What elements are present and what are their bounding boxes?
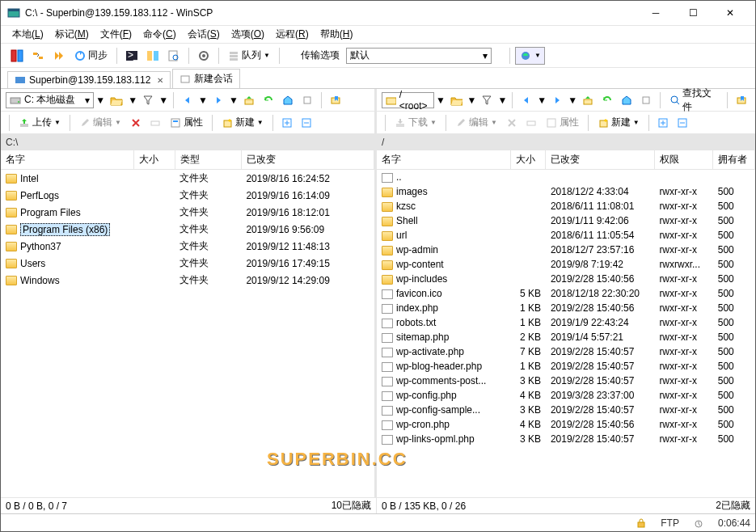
column-header[interactable]: 类型 — [175, 150, 241, 170]
remote-plus-button[interactable] — [654, 114, 672, 132]
menu-item[interactable]: 远程(R) — [271, 26, 314, 43]
remote-open-button[interactable] — [447, 91, 466, 109]
queue-button[interactable]: 队列▼ — [224, 47, 274, 65]
column-header[interactable]: 已改变 — [546, 150, 654, 170]
local-plus-button[interactable] — [278, 114, 296, 132]
local-home-button[interactable] — [279, 91, 297, 109]
column-header[interactable]: 拥有者 — [713, 150, 755, 170]
remote-up-button[interactable] — [579, 91, 597, 109]
local-path-bar[interactable]: C:\ — [1, 134, 374, 150]
table-row[interactable]: Python37文件夹2019/9/12 11:48:13 — [1, 238, 374, 255]
table-row[interactable]: Program Files (x86)文件夹2019/9/16 9:56:09 — [1, 221, 374, 238]
menu-item[interactable]: 标记(M) — [50, 26, 94, 43]
remote-root-button[interactable] — [637, 91, 655, 109]
menu-item[interactable]: 命令(C) — [138, 26, 181, 43]
menu-item[interactable]: 本地(L) — [7, 26, 49, 43]
toggle-layout-button[interactable] — [7, 47, 27, 65]
table-row[interactable]: sitemap.php2 KB2019/1/4 5:57:21rwxr-xr-x… — [377, 330, 755, 344]
close-tab-icon[interactable]: ✕ — [157, 76, 163, 85]
table-row[interactable]: favicon.ico5 KB2018/12/18 22:30:20rwxr-x… — [377, 286, 755, 301]
table-row[interactable]: wp-admin2018/12/7 23:57:16rwxr-xr-x500 — [377, 243, 755, 257]
remote-edit-button[interactable]: 编辑▼ — [451, 114, 501, 132]
table-row[interactable]: kzsc2018/6/11 11:08:01rwxr-xr-x500 — [377, 199, 755, 213]
local-properties-button[interactable]: 属性 — [166, 114, 207, 132]
remote-dir-selector[interactable]: / <root> — [382, 92, 434, 108]
local-filter-button[interactable] — [139, 91, 157, 109]
local-open-button[interactable] — [107, 91, 126, 109]
remote-rename-button[interactable] — [522, 114, 540, 132]
close-button[interactable]: ✕ — [712, 1, 749, 25]
column-header[interactable]: 名字 — [1, 150, 133, 170]
table-row[interactable]: PerfLogs文件夹2019/9/16 16:14:09 — [1, 187, 374, 204]
transfer-settings-combo[interactable]: 默认▾ — [346, 48, 492, 64]
menu-item[interactable]: 帮助(H) — [315, 26, 358, 43]
preferences-button[interactable] — [194, 47, 213, 65]
local-new-button[interactable]: 新建▼ — [218, 114, 268, 132]
table-row[interactable]: Shell2019/1/11 9:42:06rwxr-xr-x500 — [377, 213, 755, 228]
table-row[interactable]: url2018/6/11 11:05:54rwxr-xr-x500 — [377, 228, 755, 243]
column-header[interactable]: 已改变 — [241, 150, 374, 170]
table-row[interactable]: Intel文件夹2019/8/16 16:24:52 — [1, 170, 374, 188]
local-up-button[interactable] — [240, 91, 258, 109]
minimize-button[interactable]: ─ — [637, 1, 674, 25]
table-row[interactable]: Users文件夹2019/9/16 17:49:15 — [1, 255, 374, 272]
local-refresh-button[interactable] — [260, 91, 277, 109]
remote-forward-button[interactable] — [548, 91, 566, 109]
table-row[interactable]: .. — [377, 170, 755, 185]
table-row[interactable]: Program Files文件夹2019/9/16 18:12:01 — [1, 204, 374, 221]
local-minus-button[interactable] — [298, 114, 315, 132]
remote-properties-button[interactable]: 属性 — [542, 114, 583, 132]
table-row[interactable]: wp-config.php4 KB2019/3/28 23:37:00rwxr-… — [377, 388, 755, 403]
remote-new-button[interactable]: 新建▼ — [593, 114, 644, 132]
table-row[interactable]: Windows文件夹2019/9/12 14:29:09 — [1, 272, 374, 289]
menu-item[interactable]: 会话(S) — [183, 26, 225, 43]
remote-bookmark-button[interactable] — [733, 91, 750, 109]
compare-button[interactable] — [143, 47, 163, 65]
local-delete-button[interactable] — [127, 114, 145, 132]
column-header[interactable]: 权限 — [654, 150, 712, 170]
table-row[interactable]: wp-cron.php4 KB2019/2/28 15:40:56rwxr-xr… — [377, 417, 755, 432]
table-row[interactable]: wp-blog-header.php1 KB2019/2/28 15:40:57… — [377, 359, 755, 374]
back-forward-button[interactable] — [49, 47, 69, 65]
remote-delete-button[interactable] — [503, 114, 521, 132]
table-row[interactable]: wp-config-sample...3 KB2019/2/28 15:40:5… — [377, 403, 755, 417]
find-button[interactable] — [164, 47, 184, 65]
table-row[interactable]: robots.txt1 KB2019/1/9 22:43:24rwxr-xr-x… — [377, 315, 755, 330]
remote-home-button[interactable] — [618, 91, 636, 109]
local-rename-button[interactable] — [146, 114, 164, 132]
synchronize-button[interactable]: 同步 — [70, 47, 112, 65]
session-tab-active[interactable]: Superbin@139.159.183.112 ✕ — [7, 71, 171, 88]
new-session-tab[interactable]: 新建会话 — [172, 69, 240, 88]
remote-minus-button[interactable] — [674, 114, 691, 132]
download-button[interactable]: 下载▼ — [391, 114, 441, 132]
find-files-button[interactable]: 查找文件 — [665, 91, 722, 109]
table-row[interactable]: wp-comments-post...3 KB2019/2/28 15:40:5… — [377, 374, 755, 388]
menu-item[interactable]: 文件(F) — [95, 26, 137, 43]
local-file-list[interactable]: 名字大小类型已改变Intel文件夹2019/8/16 16:24:52PerfL… — [1, 150, 374, 497]
local-root-button[interactable] — [298, 91, 316, 109]
table-row[interactable]: wp-activate.php7 KB2019/2/28 15:40:57rwx… — [377, 344, 755, 359]
column-header[interactable]: 大小 — [510, 150, 545, 170]
maximize-button[interactable]: ☐ — [674, 1, 712, 25]
column-header[interactable]: 大小 — [133, 150, 175, 170]
local-forward-button[interactable] — [209, 91, 227, 109]
table-row[interactable]: images2018/12/2 4:33:04rwxr-xr-x500 — [377, 184, 755, 199]
menu-item[interactable]: 选项(O) — [226, 26, 269, 43]
sync-browse-button[interactable] — [28, 47, 48, 65]
local-back-button[interactable] — [179, 91, 196, 109]
local-drive-selector[interactable]: C: 本地磁盘▾ — [6, 92, 94, 108]
remote-filter-button[interactable] — [478, 91, 496, 109]
remote-file-list[interactable]: 名字大小已改变权限拥有者..images2018/12/2 4:33:04rwx… — [377, 150, 755, 497]
table-row[interactable]: wp-includes2019/2/28 15:40:56rwxr-xr-x50… — [377, 272, 755, 286]
remote-path-bar[interactable]: / — [377, 134, 755, 150]
local-edit-button[interactable]: 编辑▼ — [75, 114, 125, 132]
table-row[interactable]: wp-content2019/9/8 7:19:42rwxrwxr...500 — [377, 257, 755, 272]
table-row[interactable]: index.php1 KB2019/2/28 15:40:56rwxr-xr-x… — [377, 301, 755, 315]
remote-refresh-button[interactable] — [598, 91, 616, 109]
console-button[interactable]: >_ — [122, 47, 141, 65]
session-dropdown[interactable]: ▼ — [515, 47, 545, 65]
table-row[interactable]: wp-links-opml.php3 KB2019/2/28 15:40:57r… — [377, 432, 755, 446]
local-bookmark-button[interactable] — [327, 91, 344, 109]
remote-back-button[interactable] — [517, 91, 535, 109]
upload-button[interactable]: 上传▼ — [15, 114, 65, 132]
